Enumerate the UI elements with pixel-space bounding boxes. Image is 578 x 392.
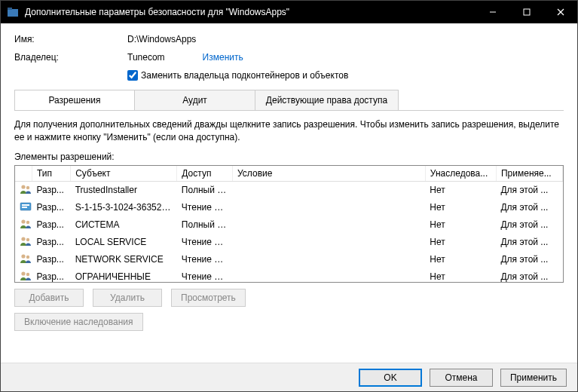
view-button[interactable]: Просмотреть — [171, 289, 246, 307]
replace-owner-checkbox-row: Заменить владельца подконтейнеров и объе… — [127, 70, 564, 81]
cell-access: Полный д... — [177, 181, 233, 199]
table-row[interactable]: Разр...LOCAL SERVICEЧтение и ...НетДля э… — [15, 234, 563, 251]
cell-type: Разр... — [32, 181, 71, 199]
cell-inherited: Нет — [425, 251, 496, 268]
tab-effective[interactable]: Действующие права доступа — [255, 90, 399, 110]
svg-point-17 — [21, 271, 25, 275]
cell-condition — [233, 234, 426, 251]
col-inherited-header[interactable]: Унаследова... — [425, 166, 496, 182]
ok-button[interactable]: OK — [359, 369, 422, 387]
apply-button[interactable]: Применить — [500, 369, 567, 387]
users-icon — [20, 235, 32, 247]
svg-point-18 — [26, 272, 29, 275]
svg-point-15 — [21, 254, 25, 258]
permissions-description: Для получения дополнительных сведений дв… — [14, 118, 564, 144]
cell-applies: Для этой ... — [496, 268, 562, 283]
folder-security-icon — [7, 6, 19, 18]
permission-buttons: Добавить Удалить Просмотреть — [14, 289, 564, 307]
owner-value: Tunecom — [127, 52, 165, 63]
name-value: D:\WindowsApps — [127, 34, 196, 44]
svg-point-13 — [21, 237, 25, 240]
table-row[interactable]: Разр...S-1-15-3-1024-363528...Чтение и .… — [15, 199, 563, 216]
col-icon-header[interactable] — [15, 166, 32, 182]
svg-point-12 — [26, 220, 29, 223]
cell-applies: Для этой ... — [496, 251, 562, 268]
cell-applies: Для этой ... — [496, 181, 562, 199]
replace-owner-checkbox[interactable] — [127, 70, 138, 81]
cell-inherited: Нет — [425, 234, 496, 251]
cell-subject: СИСТЕМА — [71, 216, 177, 234]
cell-type: Разр... — [32, 251, 71, 268]
sid-icon — [20, 201, 32, 213]
col-type-header[interactable]: Тип — [32, 166, 71, 182]
cell-access: Полный д... — [177, 216, 233, 234]
cell-applies: Для этой ... — [496, 199, 562, 216]
svg-rect-3 — [524, 9, 530, 15]
cell-inherited: Нет — [425, 216, 496, 234]
svg-point-11 — [21, 219, 25, 223]
add-button[interactable]: Добавить — [14, 289, 84, 307]
name-row: Имя: D:\WindowsApps — [14, 34, 564, 44]
cell-type: Разр... — [32, 216, 71, 234]
cell-type: Разр... — [32, 268, 71, 283]
cell-subject: LOCAL SERVICE — [71, 234, 177, 251]
users-icon — [20, 253, 32, 265]
tab-permissions[interactable]: Разрешения — [14, 90, 135, 110]
cell-condition — [233, 268, 426, 283]
cell-inherited: Нет — [425, 181, 496, 199]
cancel-button[interactable]: Отмена — [430, 369, 493, 387]
cell-subject: NETWORK SERVICE — [71, 251, 177, 268]
table-row[interactable]: Разр...ОГРАНИЧЕННЫЕЧтение и ...НетДля эт… — [15, 268, 563, 283]
cell-subject: ОГРАНИЧЕННЫЕ — [71, 268, 177, 283]
svg-point-16 — [26, 255, 29, 258]
minimize-button[interactable] — [476, 1, 509, 23]
users-icon — [20, 183, 32, 195]
content-area: Имя: D:\WindowsApps Владелец: Tunecom Из… — [1, 23, 577, 363]
cell-type: Разр... — [32, 234, 71, 251]
cell-subject: S-1-15-3-1024-363528... — [71, 199, 177, 216]
svg-rect-1 — [8, 8, 12, 10]
cell-applies: Для этой ... — [496, 234, 562, 251]
enable-inheritance-button[interactable]: Включение наследования — [14, 313, 143, 331]
col-applies-header[interactable]: Применяе... — [496, 166, 562, 182]
svg-rect-10 — [22, 207, 27, 208]
owner-row: Владелец: Tunecom Изменить — [14, 52, 564, 63]
col-condition-header[interactable]: Условие — [233, 166, 426, 182]
tab-strip: Разрешения Аудит Действующие права досту… — [14, 90, 564, 111]
cell-access: Чтение и ... — [177, 268, 233, 283]
advanced-security-window: Дополнительные параметры безопасности дл… — [0, 0, 578, 392]
cell-type: Разр... — [32, 199, 71, 216]
cell-access: Чтение и ... — [177, 199, 233, 216]
cell-condition — [233, 216, 426, 234]
cell-inherited: Нет — [425, 268, 496, 283]
titlebar: Дополнительные параметры безопасности дл… — [1, 1, 577, 23]
users-icon — [20, 218, 32, 230]
svg-point-6 — [21, 185, 25, 188]
maximize-button[interactable] — [509, 1, 543, 23]
close-button[interactable] — [543, 1, 577, 23]
change-owner-link[interactable]: Изменить — [203, 52, 243, 63]
col-subject-header[interactable]: Субъект — [71, 166, 177, 182]
svg-rect-9 — [22, 204, 29, 206]
name-label: Имя: — [14, 34, 127, 44]
svg-point-14 — [26, 237, 29, 240]
svg-rect-0 — [8, 9, 18, 17]
cell-access: Чтение и ... — [177, 234, 233, 251]
table-row[interactable]: Разр...TrustedInstallerПолный д...НетДля… — [15, 181, 563, 199]
cell-condition — [233, 199, 426, 216]
cell-applies: Для этой ... — [496, 216, 562, 234]
cell-access: Чтение и ... — [177, 251, 233, 268]
table-row[interactable]: Разр...СИСТЕМАПолный д...НетДля этой ... — [15, 216, 563, 234]
window-controls — [476, 1, 577, 23]
permissions-listbox[interactable]: Тип Субъект Доступ Условие Унаследова...… — [14, 165, 564, 283]
remove-button[interactable]: Удалить — [93, 289, 162, 307]
table-row[interactable]: Разр...NETWORK SERVICEЧтение и ...НетДля… — [15, 251, 563, 268]
dialog-footer: OK Отмена Применить — [1, 363, 577, 391]
replace-owner-label[interactable]: Заменить владельца подконтейнеров и объе… — [141, 70, 348, 81]
svg-point-7 — [26, 185, 29, 188]
users-icon — [20, 270, 32, 282]
permissions-table: Тип Субъект Доступ Условие Унаследова...… — [15, 166, 563, 283]
col-access-header[interactable]: Доступ — [177, 166, 233, 182]
owner-label: Владелец: — [14, 52, 127, 63]
tab-audit[interactable]: Аудит — [135, 90, 255, 110]
